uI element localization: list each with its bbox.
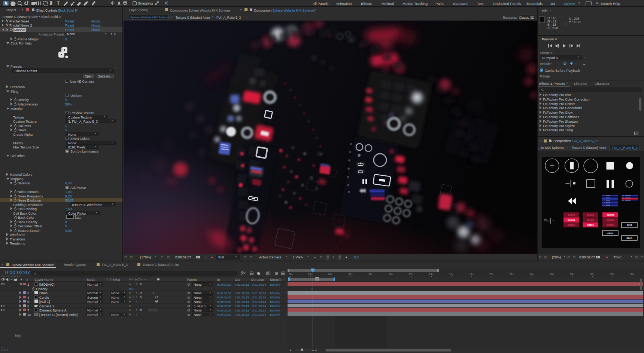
svg-text:T: T (57, 1, 60, 6)
svg-text:*: * (553, 220, 554, 222)
svg-text:ERROR: ERROR (607, 219, 614, 221)
svg-text:CLEAR: CLEAR (607, 214, 614, 216)
svg-text:ERROR: ERROR (587, 219, 594, 221)
svg-text:CLEAR: CLEAR (587, 214, 594, 216)
svg-text:CHECK: CHECK (607, 224, 614, 226)
svg-text:CLEAR: CLEAR (568, 214, 575, 216)
svg-text:Snapping: Snapping (138, 1, 153, 5)
svg-text:CHECK: CHECK (587, 224, 594, 226)
svg-text:OPEN: OPEN (607, 232, 613, 234)
svg-text:READ: READ (626, 237, 632, 239)
svg-text:CHECK: CHECK (568, 224, 575, 226)
svg-text:~|•: ~|• (318, 153, 322, 156)
svg-text:ERROR: ERROR (568, 219, 575, 221)
svg-text:SAVE: SAVE (627, 224, 632, 226)
